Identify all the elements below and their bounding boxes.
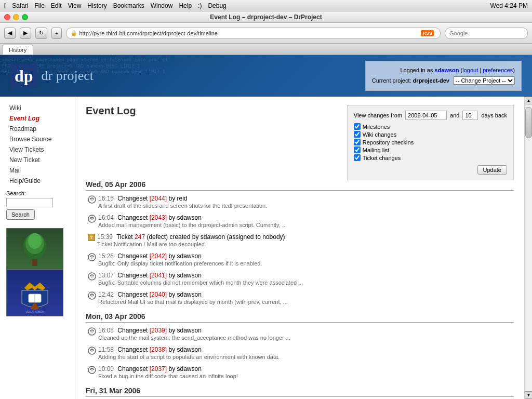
svg-point-3 [28,233,42,249]
repo-checkins-label: Repository checkins [363,139,414,145]
browser-search-input[interactable] [445,28,528,39]
rss-badge[interactable]: RSS [421,30,434,36]
change-project-dropdown[interactable]: -- Change Project -- [453,76,515,85]
event-body: 13:07 Changeset [2041] by sdawson Bugfix… [98,272,514,286]
back-button[interactable]: ◀ [4,28,16,39]
changeset-link[interactable]: [2041] [150,272,167,279]
update-button[interactable]: Update [477,165,507,175]
sidebar-images: VELUT ARBOR [6,228,69,316]
logout-link[interactable]: logout [462,67,478,73]
list-item: T 15:39 Ticket 247 (defect) created by s… [86,233,514,247]
changeset-link[interactable]: [2042] [150,252,167,260]
list-item: 13:07 Changeset [2041] by sdawson Bugfix… [86,272,514,286]
filter-days-back-label: days back [481,112,507,118]
changeset-link[interactable]: [2039] [150,327,167,334]
browser-tabs: History [0,44,532,55]
sidebar-search-area: Search: Search [0,186,75,224]
menu-edit[interactable]: Edit [51,2,62,9]
event-desc: Bugfix: Only display ticket notification… [98,260,514,267]
menu-view[interactable]: View [68,2,82,9]
filter-repo-checkins: Repository checkins [354,139,507,145]
menu-window[interactable]: Window [151,2,173,9]
filter-date-input[interactable] [405,111,447,120]
ticket-changes-label: Ticket changes [363,155,401,161]
mailing-list-checkbox[interactable] [354,147,361,153]
repo-checkins-checkbox[interactable] [354,139,361,145]
wiki-changes-checkbox[interactable] [354,131,361,138]
minimize-button[interactable] [13,14,19,20]
event-desc: Fixed a bug in the diff code that caused… [98,373,514,379]
event-desc: A first draft of the slides and screen s… [98,203,514,209]
menu-help[interactable]: Help [179,2,192,9]
filter-checkboxes: Milestones Wiki changes Repository check… [354,123,507,161]
sidebar-item-help-guide[interactable]: Help/Guide [0,176,75,186]
event-desc: Bugfix: Sortable columns did not remembe… [98,280,514,286]
changeset-icon [88,253,96,263]
scrollbar[interactable]: ▲ ▼ [524,97,532,399]
project-name: drproject-dev [413,77,449,84]
svg-marker-4 [24,283,45,290]
changeset-link[interactable]: [2038] [150,346,167,353]
logo-text: dr project [42,68,94,84]
site-logo[interactable]: dp dr project [10,64,94,88]
maximize-button[interactable] [22,14,28,20]
apple-menu[interactable]:  [4,2,7,10]
logged-in-text: Logged in as [400,67,433,73]
filter-days-input[interactable] [462,111,478,120]
event-desc: Refactored Mail UI so that mail is displ… [98,299,514,305]
preferences-link[interactable]: preferences [483,67,513,73]
tab-history[interactable]: History [2,45,33,55]
content-area: Wiki Event Log Roadmap Browse Source Vie… [0,97,532,399]
ticket-link[interactable]: 247 [135,233,145,241]
forward-button[interactable]: ▶ [20,28,31,39]
sidebar-item-event-log[interactable]: Event Log [0,113,75,124]
scroll-thumb[interactable] [525,107,532,138]
milestones-label: Milestones [363,124,390,130]
site-header: import wiki page named page stored in fi… [0,55,532,97]
filter-label: View changes from [354,112,402,118]
mac-clock: Wed 4:24 PM [490,2,528,9]
changeset-link[interactable]: [2037] [150,365,167,373]
username-link[interactable]: sdawson [434,67,459,73]
sidebar-item-roadmap[interactable]: Roadmap [0,124,75,134]
window-controls[interactable] [4,14,28,20]
changeset-link[interactable]: [2040] [150,291,167,298]
list-item: 16:15 Changeset [2044] by reid A first d… [86,195,514,209]
sidebar-item-view-tickets[interactable]: View Tickets [0,144,75,155]
sidebar-item-mail[interactable]: Mail [0,165,75,176]
sidebar: Wiki Event Log Roadmap Browse Source Vie… [0,97,75,399]
changeset-icon [88,215,96,224]
list-item: 16:04 Changeset [2043] by sdawson Added … [86,214,514,228]
event-body: 16:05 Changeset [2039] by sdawson Cleane… [98,327,514,341]
search-input[interactable] [6,198,53,207]
header-user-info: Logged in as sdawson (logout | preferenc… [365,61,522,91]
menu-file[interactable]: File [34,2,44,9]
menu-smiley[interactable]: :) [198,2,202,9]
event-desc: Cleaned up the mail system; the send_acc… [98,335,514,341]
reload-button[interactable]: ↻ [35,28,47,39]
day-header-1: Mon, 03 Apr 2006 [86,312,514,323]
scroll-up-button[interactable]: ▲ [525,97,532,104]
menu-safari[interactable]: Safari [12,2,28,9]
scroll-down-button[interactable]: ▼ [525,391,532,399]
sidebar-item-browse-source[interactable]: Browse Source [0,134,75,144]
new-tab-button[interactable]: + [51,28,62,39]
sidebar-item-new-ticket[interactable]: New Ticket [0,155,75,165]
mac-menubar:  Safari File Edit View History Bookmark… [0,0,532,11]
menu-debug[interactable]: Debug [208,2,226,9]
ticket-changes-checkbox[interactable] [354,154,361,161]
sidebar-item-wiki[interactable]: Wiki [0,103,75,113]
close-button[interactable] [4,14,10,20]
menu-history[interactable]: History [87,2,107,9]
milestones-checkbox[interactable] [354,123,361,130]
search-button[interactable]: Search [6,209,35,220]
menu-bookmarks[interactable]: Bookmarks [113,2,144,9]
changeset-link[interactable]: [2044] [150,195,167,202]
list-item: 10:00 Changeset [2037] by sdawson Fixed … [86,365,514,379]
event-time: 13:07 [98,272,114,279]
main-content: View changes from and days back Mileston… [75,97,524,399]
changeset-link[interactable]: [2043] [150,214,167,221]
event-body: 16:15 Changeset [2044] by reid A first d… [98,195,514,209]
address-bar[interactable]: 🔒 http://pyre.third-bit.com/drproject/dr… [66,28,441,39]
event-time: 15:39 [97,233,113,241]
